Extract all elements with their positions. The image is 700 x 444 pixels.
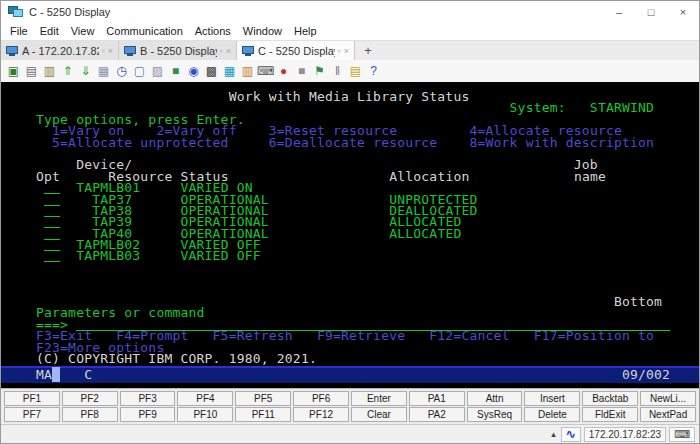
data-transfer-icon[interactable]: ■ bbox=[167, 62, 184, 80]
keypad: PF1PF2PF3PF4PF5PF6EnterPA1AttnInsertBack… bbox=[1, 388, 699, 424]
host-address: 172.20.17.82:23 bbox=[584, 427, 666, 442]
oia-status-line: MA C 09/002 bbox=[1, 368, 699, 383]
connection-icon: ∿ bbox=[566, 427, 576, 441]
tab-popout-icon[interactable]: ▫ bbox=[102, 46, 105, 56]
terminal-text: Bottom bbox=[614, 294, 662, 309]
key-pf6-button[interactable]: PF6 bbox=[293, 391, 349, 406]
tab-close-icon[interactable]: × bbox=[226, 46, 231, 56]
status-bar: ▴ ∿ 172.20.17.82:23 ⌨ bbox=[1, 424, 699, 443]
key-pa2-button[interactable]: PA2 bbox=[409, 407, 465, 422]
tab-popout-icon[interactable]: ▫ bbox=[220, 46, 223, 56]
key-attn-button[interactable]: Attn bbox=[467, 391, 523, 406]
terminal-text: 09/002 bbox=[622, 367, 670, 382]
key-pf11-button[interactable]: PF11 bbox=[235, 407, 291, 422]
help-icon[interactable]: ? bbox=[365, 62, 382, 80]
key-backtab-button[interactable]: Backtab bbox=[582, 391, 638, 406]
terminal-line bbox=[1, 273, 699, 284]
terminal-screen[interactable]: Work with Media Library Status System: S… bbox=[1, 82, 699, 388]
session-notes-icon[interactable]: ▨ bbox=[149, 62, 166, 80]
new-tab-button[interactable]: + bbox=[355, 41, 381, 60]
monitor-icon bbox=[124, 46, 136, 56]
menu-edit[interactable]: Edit bbox=[34, 24, 65, 38]
keyboard-icon: ⌨ bbox=[674, 428, 690, 441]
collapse-keypad-icon[interactable]: ▴ bbox=[551, 429, 556, 439]
key-pf10-button[interactable]: PF10 bbox=[177, 407, 233, 422]
tab-popout-icon[interactable]: ▫ bbox=[338, 46, 341, 56]
copy-icon[interactable]: ▤ bbox=[23, 62, 40, 80]
key-pf1-button[interactable]: PF1 bbox=[4, 391, 60, 406]
connection-status-box: ∿ bbox=[561, 427, 581, 442]
close-button[interactable]: × bbox=[667, 1, 699, 22]
key-nextpad-button[interactable]: NextPad bbox=[640, 407, 696, 422]
key-newli-button[interactable]: NewLi... bbox=[640, 391, 696, 406]
key-pf4-button[interactable]: PF4 bbox=[177, 391, 233, 406]
key-pf7-button[interactable]: PF7 bbox=[4, 407, 60, 422]
menu-view[interactable]: View bbox=[65, 24, 101, 38]
keyboard-remap-icon[interactable]: ⌨ bbox=[257, 62, 274, 80]
new-session-icon[interactable]: ▢ bbox=[131, 62, 148, 80]
menu-bar: FileEditViewCommunicationActionsWindowHe… bbox=[1, 22, 699, 40]
key-delete-button[interactable]: Delete bbox=[524, 407, 580, 422]
menu-actions[interactable]: Actions bbox=[189, 24, 237, 38]
session-log-icon[interactable]: ▤ bbox=[347, 62, 364, 80]
key-sysreq-button[interactable]: SysReq bbox=[467, 407, 523, 422]
paste-icon[interactable]: ▥ bbox=[41, 62, 58, 80]
key-pf12-button[interactable]: PF12 bbox=[293, 407, 349, 422]
display-emulation-icon[interactable]: ▩ bbox=[203, 62, 220, 80]
terminal-input-field[interactable] bbox=[44, 248, 60, 263]
key-pa1-button[interactable]: PA1 bbox=[409, 391, 465, 406]
session-tab-b[interactable]: B - 5250 Display▫× bbox=[119, 41, 237, 60]
app-icon bbox=[8, 6, 23, 18]
key-pf8-button[interactable]: PF8 bbox=[62, 407, 118, 422]
monitor-icon bbox=[6, 46, 18, 56]
menu-file[interactable]: File bbox=[4, 24, 34, 38]
quick-connect-icon[interactable]: ◷ bbox=[113, 62, 130, 80]
terminal-text: (C) COPYRIGHT IBM CORP. 1980, 2021. bbox=[36, 351, 317, 366]
terminal-line: TAPMLB03 VARIED OFF bbox=[1, 250, 699, 261]
send-file-icon[interactable]: ⇑ bbox=[59, 62, 76, 80]
session-tab-c[interactable]: C - 5250 Display▫× bbox=[237, 41, 355, 60]
key-pf3-button[interactable]: PF3 bbox=[120, 391, 176, 406]
macro-stop-icon[interactable]: ■ bbox=[293, 62, 310, 80]
minimize-button[interactable]: – bbox=[603, 1, 635, 22]
terminal-text: 8=Work with description bbox=[469, 135, 654, 150]
keyboard-status-box[interactable]: ⌨ bbox=[669, 427, 695, 442]
color-mapping-icon[interactable]: ▥ bbox=[239, 62, 256, 80]
terminal-line: (C) COPYRIGHT IBM CORP. 1980, 2021. bbox=[1, 353, 699, 364]
display-settings-icon[interactable]: ▦ bbox=[221, 62, 238, 80]
terminal-text: STARWIND bbox=[590, 100, 654, 115]
menu-window[interactable]: Window bbox=[237, 24, 288, 38]
tab-label: A - 172.20.17.82 bbox=[22, 45, 99, 57]
key-pf5-button[interactable]: PF5 bbox=[235, 391, 291, 406]
key-pf9-button[interactable]: PF9 bbox=[120, 407, 176, 422]
macro-play-icon[interactable]: ⚑ bbox=[311, 62, 328, 80]
menu-communication[interactable]: Communication bbox=[100, 24, 188, 38]
macro-record-icon[interactable]: ● bbox=[275, 62, 292, 80]
key-fldexit-button[interactable]: FldExit bbox=[582, 407, 638, 422]
key-clear-button[interactable]: Clear bbox=[351, 407, 407, 422]
window-title: C - 5250 Display bbox=[29, 6, 603, 18]
system-status-icon[interactable]: ◉ bbox=[185, 62, 202, 80]
macro-pause-icon[interactable]: ‖ bbox=[329, 62, 346, 80]
terminal-text: VARIED OFF bbox=[181, 248, 261, 263]
clipboard-icon[interactable]: ▦ bbox=[95, 62, 112, 80]
maximize-button[interactable]: □ bbox=[635, 1, 667, 22]
session-tab-a[interactable]: A - 172.20.17.82▫× bbox=[1, 41, 119, 60]
key-enter-button[interactable]: Enter bbox=[351, 391, 407, 406]
terminal-text: Allocation bbox=[389, 169, 469, 184]
app-window: C - 5250 Display – □ × FileEditViewCommu… bbox=[0, 0, 700, 444]
tab-close-icon[interactable]: × bbox=[344, 46, 349, 56]
monitor-icon bbox=[242, 46, 254, 56]
terminal-text: name bbox=[574, 169, 606, 184]
key-insert-button[interactable]: Insert bbox=[524, 391, 580, 406]
screen-copy-icon[interactable]: ▣ bbox=[5, 62, 22, 80]
title-bar: C - 5250 Display – □ × bbox=[1, 1, 699, 22]
key-pf2-button[interactable]: PF2 bbox=[62, 391, 118, 406]
terminal-line bbox=[1, 262, 699, 273]
terminal-text: MA bbox=[36, 367, 52, 382]
terminal-line: 5=Allocate unprotected 6=Deallocate reso… bbox=[1, 137, 699, 148]
tab-close-icon[interactable]: × bbox=[108, 46, 113, 56]
menu-help[interactable]: Help bbox=[288, 24, 323, 38]
receive-file-icon[interactable]: ⇓ bbox=[77, 62, 94, 80]
text-cursor bbox=[52, 367, 60, 382]
